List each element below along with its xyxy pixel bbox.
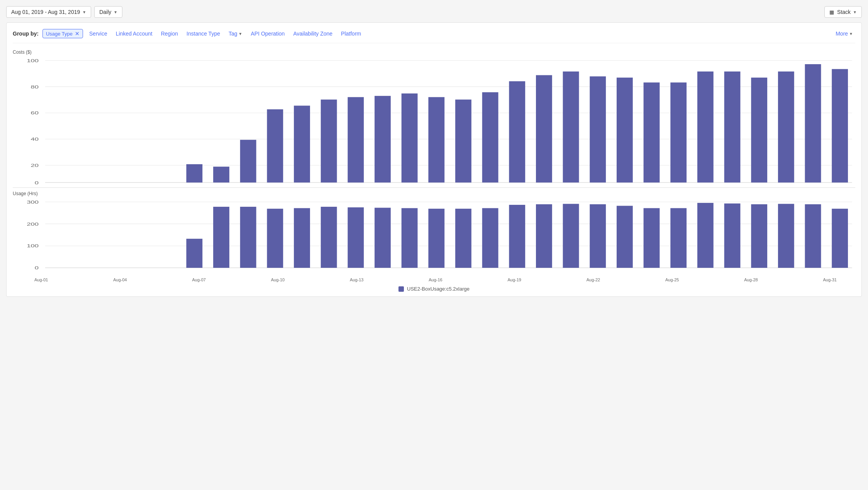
cost-bar-6 — [213, 167, 229, 182]
more-chevron: ▼ — [849, 32, 853, 36]
usage-bar-7 — [240, 207, 256, 268]
filter-service[interactable]: Service — [87, 29, 110, 38]
legend-swatch-use2 — [398, 286, 404, 292]
cost-bar-17 — [509, 81, 525, 182]
usage-bar-26 — [751, 204, 767, 268]
usage-chart-title: Usage (Hrs) — [13, 191, 855, 196]
x-label-aug10: Aug-10 — [271, 277, 285, 282]
usage-bar-16 — [482, 208, 498, 268]
usage-bar-chart: 300 200 100 0 — [13, 198, 855, 275]
cost-bar-16 — [482, 92, 498, 183]
cost-bar-18 — [536, 75, 552, 182]
cost-bar-27 — [778, 71, 794, 182]
cost-bar-21 — [617, 78, 633, 182]
filter-platform[interactable]: Platform — [339, 29, 363, 38]
active-group-tag-label: Usage Type — [46, 31, 73, 37]
remove-group-tag-icon[interactable]: ✕ — [75, 31, 80, 37]
usage-bar-29 — [832, 209, 848, 268]
usage-bar-27 — [778, 204, 794, 268]
usage-bar-18 — [536, 204, 552, 268]
filter-api-operation[interactable]: API Operation — [248, 29, 287, 38]
usage-bar-22 — [644, 208, 660, 268]
cost-bar-22 — [644, 82, 660, 182]
usage-bar-20 — [590, 204, 606, 268]
filter-linked-account[interactable]: Linked Account — [114, 29, 155, 38]
svg-text:200: 200 — [27, 221, 39, 226]
usage-bar-24 — [697, 203, 714, 268]
cost-bar-10 — [321, 100, 337, 183]
x-label-aug01: Aug-01 — [34, 277, 48, 282]
x-label-aug07: Aug-07 — [192, 277, 206, 282]
x-label-aug31: Aug-31 — [823, 277, 837, 282]
cost-bar-20 — [590, 77, 606, 183]
tag-chevron: ▼ — [239, 32, 242, 36]
usage-bar-17 — [509, 205, 525, 268]
x-label-aug22: Aug-22 — [587, 277, 600, 282]
cost-bar-25 — [724, 71, 741, 182]
svg-text:0: 0 — [35, 265, 39, 271]
svg-text:40: 40 — [31, 137, 39, 142]
filter-more[interactable]: More ▼ — [833, 29, 855, 38]
filter-region[interactable]: Region — [159, 29, 180, 38]
usage-bar-10 — [321, 207, 337, 268]
x-label-aug19: Aug-19 — [508, 277, 521, 282]
cost-bar-8 — [267, 109, 283, 182]
cost-bar-11 — [348, 97, 364, 182]
x-label-aug25: Aug-25 — [665, 277, 679, 282]
chart-legend: USE2-BoxUsage:c5.2xlarge — [13, 286, 855, 292]
usage-bar-6 — [213, 207, 229, 268]
cost-bar-26 — [751, 78, 767, 182]
x-label-aug04: Aug-04 — [113, 277, 127, 282]
usage-bar-15 — [455, 209, 471, 268]
stack-picker[interactable]: ▦ Stack ▼ — [824, 6, 862, 18]
usage-bar-8 — [267, 209, 283, 268]
usage-bar-28 — [805, 204, 821, 268]
x-label-aug16: Aug-16 — [429, 277, 442, 282]
usage-bar-9 — [294, 208, 310, 268]
interval-picker[interactable]: Daily ▼ — [94, 6, 122, 18]
usage-bar-21 — [617, 206, 633, 268]
group-by-label: Group by: — [13, 31, 39, 37]
cost-bar-24 — [697, 71, 714, 182]
cost-bar-19 — [563, 71, 579, 182]
svg-text:0: 0 — [35, 180, 39, 185]
x-label-aug13: Aug-13 — [350, 277, 363, 282]
filter-instance-type[interactable]: Instance Type — [184, 29, 222, 38]
svg-text:20: 20 — [31, 163, 39, 168]
svg-text:100: 100 — [27, 243, 39, 248]
active-group-tag[interactable]: Usage Type ✕ — [42, 29, 83, 38]
cost-bar-5 — [186, 164, 202, 182]
costs-bar-chart: 100 80 60 40 20 0 — [13, 56, 855, 188]
usage-bar-14 — [428, 209, 444, 268]
usage-bar-12 — [375, 208, 391, 268]
usage-bar-13 — [402, 208, 418, 268]
date-picker-chevron: ▼ — [82, 10, 86, 14]
cost-bar-28 — [805, 64, 821, 182]
cost-bar-23 — [670, 82, 687, 182]
usage-bar-25 — [724, 204, 741, 268]
group-by-bar: Group by: Usage Type ✕ Service Linked Ac… — [13, 29, 855, 43]
x-label-aug28: Aug-28 — [744, 277, 758, 282]
bar-chart-icon: ▦ — [829, 9, 834, 15]
cost-bar-15 — [455, 100, 471, 183]
cost-bar-9 — [294, 105, 310, 182]
interval-chevron: ▼ — [114, 10, 117, 14]
filter-tag[interactable]: Tag ▼ — [226, 29, 244, 38]
usage-bar-5 — [186, 239, 202, 268]
date-range-picker[interactable]: Aug 01, 2019 - Aug 31, 2019 ▼ — [6, 6, 91, 18]
svg-text:300: 300 — [27, 199, 39, 204]
cost-bar-13 — [402, 94, 418, 182]
cost-bar-12 — [375, 96, 391, 182]
legend-label-use2: USE2-BoxUsage:c5.2xlarge — [407, 286, 470, 292]
costs-chart-title: Costs ($) — [13, 49, 855, 55]
chart-area: Costs ($) 100 80 60 40 20 0 Usage (Hrs) — [13, 49, 855, 292]
interval-label: Daily — [99, 9, 111, 15]
svg-text:100: 100 — [27, 58, 39, 63]
filter-availability-zone[interactable]: Availability Zone — [291, 29, 335, 38]
usage-bar-19 — [563, 204, 579, 268]
stack-chevron: ▼ — [853, 10, 857, 14]
cost-bar-14 — [428, 97, 444, 182]
main-chart-container: Group by: Usage Type ✕ Service Linked Ac… — [6, 22, 862, 297]
svg-text:60: 60 — [31, 111, 39, 116]
x-axis-labels: Aug-01 Aug-04 Aug-07 Aug-10 Aug-13 Aug-1… — [13, 275, 855, 282]
